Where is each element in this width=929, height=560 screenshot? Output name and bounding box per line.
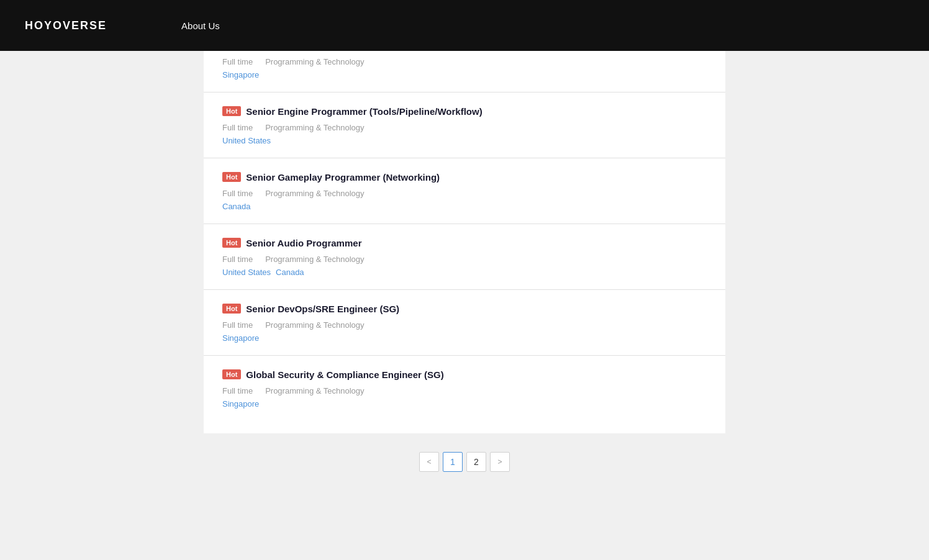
job-item[interactable]: Hot Senior DevOps/SRE Engineer (SG) Full… [204, 290, 725, 356]
job-title-row: Hot Senior DevOps/SRE Engineer (SG) [222, 302, 707, 315]
job-title-row: Hot Senior Audio Programmer [222, 237, 707, 250]
job-title-row: Hot Senior Engine Programmer (Tools/Pipe… [222, 105, 707, 118]
job-meta: Full time Programming & Technology [222, 386, 707, 395]
logo: HOYOVERSE [25, 19, 107, 32]
job-item[interactable]: Hot Senior Gameplay Programmer (Networki… [204, 158, 725, 224]
location-item: Singapore [222, 333, 259, 343]
page-1-button[interactable]: 1 [443, 452, 463, 472]
pagination: < 1 2 > [204, 433, 725, 497]
job-location: Canada [222, 202, 707, 211]
job-title: Senior Gameplay Programmer (Networking) [246, 171, 440, 184]
job-location: Singapore [222, 399, 707, 409]
hot-badge: Hot [222, 172, 241, 182]
page-2-button[interactable]: 2 [466, 452, 486, 472]
job-department: Programming & Technology [265, 123, 364, 132]
job-location: Singapore [222, 333, 707, 343]
job-type: Full time [222, 386, 253, 395]
job-list: Hot Senior Engine Programmer (Tools/Pipe… [204, 93, 725, 421]
prev-page-button[interactable]: < [419, 452, 439, 472]
job-meta: Full time Programming & Technology [222, 189, 707, 198]
location-item: Singapore [222, 399, 259, 409]
job-title: Senior Engine Programmer (Tools/Pipeline… [246, 105, 482, 118]
partial-location: Singapore [222, 70, 707, 79]
job-meta: Full time Programming & Technology [222, 123, 707, 132]
job-title: Senior DevOps/SRE Engineer (SG) [246, 302, 399, 315]
job-title-row: Hot Senior Gameplay Programmer (Networki… [222, 171, 707, 184]
header: HOYOVERSE About Us [0, 0, 929, 51]
job-location: United States [222, 136, 707, 145]
job-type: Full time [222, 123, 253, 132]
job-type: Full time [222, 320, 253, 330]
partial-dept: Programming & Technology [265, 57, 364, 66]
job-item[interactable]: Hot Senior Engine Programmer (Tools/Pipe… [204, 93, 725, 158]
nav-about-us[interactable]: About Us [181, 20, 220, 31]
job-meta: Full time Programming & Technology [222, 320, 707, 330]
job-department: Programming & Technology [265, 189, 364, 198]
job-department: Programming & Technology [265, 386, 364, 395]
hot-badge: Hot [222, 106, 241, 116]
partial-meta: Full time Programming & Technology [222, 57, 707, 66]
job-title: Global Security & Compliance Engineer (S… [246, 368, 443, 381]
location-item: United States [222, 268, 271, 277]
job-title-row: Hot Global Security & Compliance Enginee… [222, 368, 707, 381]
job-type: Full time [222, 189, 253, 198]
partial-top-item: Full time Programming & Technology Singa… [204, 51, 725, 93]
job-department: Programming & Technology [265, 320, 364, 330]
next-page-button[interactable]: > [490, 452, 510, 472]
job-location: United States Canada [222, 268, 707, 277]
partial-type: Full time [222, 57, 253, 66]
location-item: United States [222, 136, 271, 145]
location-item: Canada [276, 268, 304, 277]
job-department: Programming & Technology [265, 255, 364, 264]
job-item[interactable]: Hot Global Security & Compliance Enginee… [204, 356, 725, 421]
job-item[interactable]: Hot Senior Audio Programmer Full time Pr… [204, 224, 725, 290]
job-meta: Full time Programming & Technology [222, 255, 707, 264]
content-card: Full time Programming & Technology Singa… [204, 51, 725, 433]
job-title: Senior Audio Programmer [246, 237, 361, 250]
hot-badge: Hot [222, 304, 241, 314]
location-item: Canada [222, 202, 251, 211]
hot-badge: Hot [222, 238, 241, 248]
hot-badge: Hot [222, 369, 241, 379]
job-type: Full time [222, 255, 253, 264]
main-container: Full time Programming & Technology Singa… [0, 51, 929, 497]
